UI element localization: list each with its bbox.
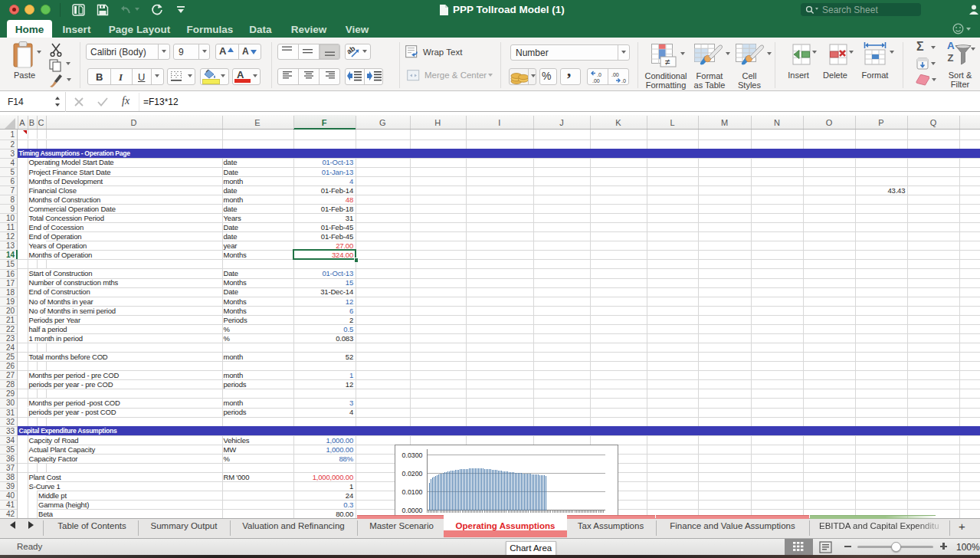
svg-text:ab: ab [347, 45, 357, 56]
svg-text:≠: ≠ [665, 57, 670, 67]
svg-text:.00: .00 [611, 72, 619, 77]
svg-text:.0: .0 [621, 78, 626, 84]
svg-text:.00: .00 [592, 78, 600, 84]
svg-text:.0: .0 [597, 72, 601, 77]
